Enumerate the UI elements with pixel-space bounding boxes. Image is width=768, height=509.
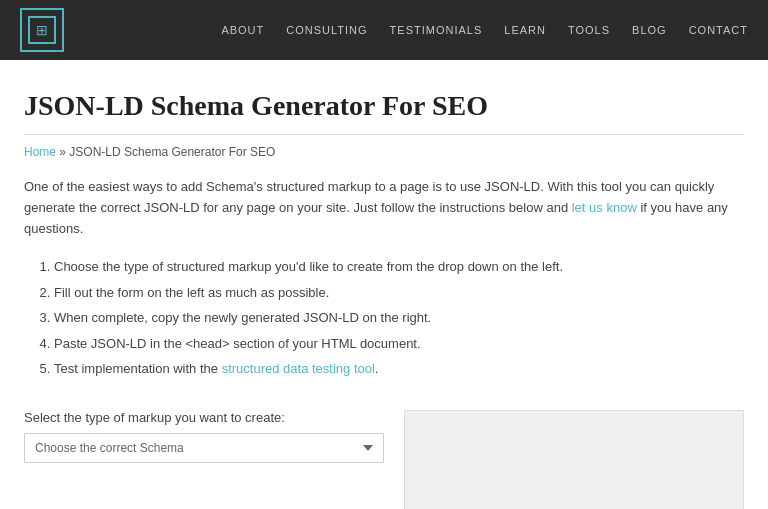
- step-1-text: Choose the type of structured markup you…: [54, 259, 563, 274]
- nav-learn[interactable]: LEARN: [504, 24, 546, 36]
- intro-paragraph: One of the easiest ways to add Schema's …: [24, 177, 744, 239]
- main-content: JSON-LD Schema Generator For SEO Home » …: [4, 60, 764, 509]
- let-us-know-link[interactable]: let us know: [572, 200, 637, 215]
- logo-inner-icon: ⊞: [28, 16, 56, 44]
- select-label: Select the type of markup you want to cr…: [24, 410, 384, 425]
- list-item: Fill out the form on the left as much as…: [54, 281, 744, 304]
- list-item: Paste JSON-LD in the <head> section of y…: [54, 332, 744, 355]
- schema-type-select[interactable]: Choose the correct Schema Article Breadc…: [24, 433, 384, 463]
- structured-data-tool-link[interactable]: structured data testing tool: [222, 361, 375, 376]
- nav-blog[interactable]: BLOG: [632, 24, 667, 36]
- output-panel: [404, 410, 744, 509]
- step-2-text: Fill out the form on the left as much as…: [54, 285, 329, 300]
- breadcrumb-separator: »: [56, 145, 69, 159]
- list-item: When complete, copy the newly generated …: [54, 306, 744, 329]
- step-3-text: When complete, copy the newly generated …: [54, 310, 431, 325]
- step-5-text-before: Test implementation with the: [54, 361, 222, 376]
- nav-tools[interactable]: TOOLS: [568, 24, 610, 36]
- step-5-text-after: .: [375, 361, 379, 376]
- step-4-text: Paste JSON-LD in the <head> section of y…: [54, 336, 421, 351]
- nav-about[interactable]: ABOUT: [221, 24, 264, 36]
- main-nav: ABOUT CONSULTING TESTIMONIALS LEARN TOOL…: [221, 24, 748, 36]
- nav-testimonials[interactable]: TESTIMONIALS: [390, 24, 483, 36]
- form-area: Select the type of markup you want to cr…: [24, 410, 744, 509]
- page-title: JSON-LD Schema Generator For SEO: [24, 90, 744, 135]
- nav-consulting[interactable]: CONSULTING: [286, 24, 367, 36]
- breadcrumb-home-link[interactable]: Home: [24, 145, 56, 159]
- site-logo: ⊞: [20, 8, 64, 52]
- breadcrumb-current: JSON-LD Schema Generator For SEO: [69, 145, 275, 159]
- site-header: ⊞ ABOUT CONSULTING TESTIMONIALS LEARN TO…: [0, 0, 768, 60]
- instructions-list: Choose the type of structured markup you…: [24, 255, 744, 380]
- list-item: Choose the type of structured markup you…: [54, 255, 744, 278]
- nav-contact[interactable]: CONTACT: [689, 24, 748, 36]
- form-left-panel: Select the type of markup you want to cr…: [24, 410, 384, 509]
- breadcrumb: Home » JSON-LD Schema Generator For SEO: [24, 145, 744, 159]
- list-item: Test implementation with the structured …: [54, 357, 744, 380]
